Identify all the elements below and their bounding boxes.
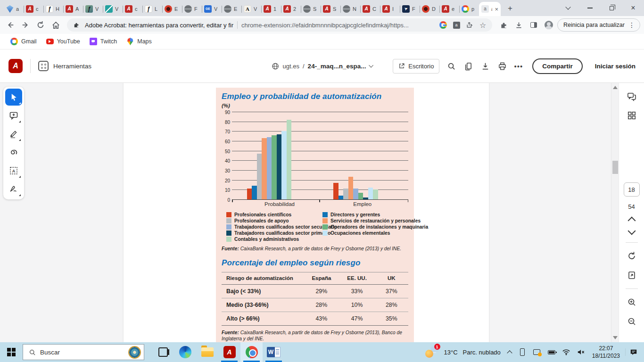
profile-avatar[interactable] <box>542 18 555 32</box>
browser-tab[interactable]: A <box>63 2 83 16</box>
download-icon[interactable] <box>480 61 490 71</box>
tools-menu-button[interactable]: Herramientas <box>38 61 91 71</box>
browser-tab[interactable]: S <box>301 2 321 16</box>
scroll-up-arrow[interactable] <box>613 86 618 89</box>
tray-expand-icon[interactable] <box>507 350 512 355</box>
current-page-input[interactable]: 18 <box>624 182 640 197</box>
print-icon[interactable] <box>497 61 507 71</box>
document-canvas[interactable]: Empleo y probabilidad de automatización … <box>26 83 611 342</box>
browser-tab[interactable]: e <box>439 2 459 16</box>
browser-tab[interactable]: V <box>103 2 123 16</box>
thumbnail-grid-icon[interactable] <box>625 108 639 123</box>
scroll-thumb[interactable] <box>612 161 618 174</box>
acrobat-taskbar-icon[interactable]: A <box>218 342 240 362</box>
tab-close-icon[interactable]: × <box>495 6 498 12</box>
browser-tab[interactable]: V <box>241 2 261 16</box>
phone-link-icon[interactable] <box>518 347 527 357</box>
fit-page-icon[interactable] <box>625 268 639 282</box>
bookmark-gmail[interactable]: Gmail <box>7 36 41 47</box>
new-tab-button[interactable]: + <box>504 2 517 15</box>
comments-icon[interactable] <box>625 89 639 103</box>
scroll-down-arrow[interactable] <box>613 336 618 339</box>
draw-tool[interactable] <box>5 144 22 161</box>
search-icon[interactable] <box>446 61 456 71</box>
browser-tab[interactable]: V <box>83 2 103 16</box>
minimize-button[interactable] <box>579 0 601 16</box>
extensions-puzzle-icon[interactable] <box>497 18 510 32</box>
browser-tab[interactable]: p <box>459 2 479 16</box>
browser-tab[interactable]: C <box>360 2 380 16</box>
taskbar-search[interactable]: Buscar <box>23 344 144 360</box>
start-button[interactable] <box>0 342 23 362</box>
browser-tab[interactable]: 2 <box>281 2 301 16</box>
open-desktop-button[interactable]: Escritorio <box>393 59 439 74</box>
task-view-button[interactable] <box>152 342 174 362</box>
browser-tab[interactable]: c <box>24 2 43 16</box>
address-bar[interactable]: Adobe Acrobat: herramientas para convert… <box>67 18 492 32</box>
browser-tab[interactable]: V <box>202 2 222 16</box>
browser-tab[interactable]: E <box>162 2 182 16</box>
action-center-icon[interactable] <box>625 348 641 356</box>
side-panel-icon[interactable] <box>527 18 540 32</box>
chrome-taskbar-icon[interactable] <box>240 342 263 362</box>
acrobat-logo[interactable]: A <box>8 59 23 73</box>
active-tab[interactable]: a× <box>479 2 501 16</box>
browser-tab[interactable]: F <box>182 2 202 16</box>
browser-tab[interactable]: c <box>123 2 142 16</box>
more-options-icon[interactable]: ••• <box>514 62 523 70</box>
translate-icon[interactable]: a <box>452 20 461 30</box>
add-comment-tool[interactable] <box>5 107 22 124</box>
volume-muted-icon[interactable] <box>576 347 586 357</box>
browser-tab[interactable]: H <box>43 2 63 16</box>
sync-icon[interactable] <box>532 347 542 357</box>
share-button[interactable]: Compartir <box>532 58 583 74</box>
forward-icon[interactable] <box>19 18 32 32</box>
previous-page-icon[interactable] <box>627 217 636 225</box>
vertical-scrollbar[interactable] <box>611 83 619 342</box>
word-taskbar-icon[interactable]: W <box>263 342 285 362</box>
browser-tab[interactable]: F <box>400 2 420 16</box>
search-highlight-icon[interactable] <box>128 346 141 359</box>
edge-icon[interactable] <box>174 342 196 362</box>
browser-tab[interactable]: I <box>380 2 400 16</box>
clock[interactable]: 22:07 18/11/2023 <box>592 345 620 360</box>
sign-in-button[interactable]: Iniciar sesión <box>595 63 636 70</box>
weather-icon[interactable]: 1 <box>425 346 439 359</box>
home-icon[interactable] <box>49 18 62 32</box>
bookmark-maps[interactable]: Maps <box>123 36 156 47</box>
wifi-icon[interactable] <box>561 347 571 357</box>
tab-search-icon[interactable] <box>557 0 579 16</box>
browser-tab[interactable]: 1 <box>261 2 281 16</box>
relaunch-to-update-button[interactable]: Reinicia para actualizar ⋮ <box>557 18 640 32</box>
weather-description[interactable]: Parc. nublado <box>463 349 501 356</box>
browser-tab[interactable]: S <box>321 2 340 16</box>
select-tool[interactable] <box>5 89 22 106</box>
downloads-icon[interactable] <box>512 18 525 32</box>
browser-menu-icon[interactable]: ⋮ <box>628 21 635 29</box>
document-breadcrumb[interactable]: ugt.es / 24-_maq...n_espa... <box>272 62 373 70</box>
bookmark-star-icon[interactable]: ☆ <box>478 20 487 30</box>
zoom-out-icon[interactable] <box>625 314 639 329</box>
close-button[interactable]: × <box>622 0 644 16</box>
page-thumbnails-icon[interactable] <box>463 61 473 71</box>
temperature[interactable]: 13°C <box>444 349 458 356</box>
zoom-in-icon[interactable] <box>625 295 639 309</box>
bookmark-youtube[interactable]: YouTube <box>42 36 84 47</box>
select-text-box-tool[interactable]: A <box>5 162 22 179</box>
google-icon[interactable] <box>438 20 448 30</box>
browser-tab[interactable]: L <box>142 2 162 16</box>
reload-icon[interactable] <box>34 18 47 32</box>
browser-tab[interactable]: D <box>420 2 439 16</box>
highlight-tool[interactable] <box>5 125 22 142</box>
bookmark-twitch[interactable]: Twitch <box>86 36 121 47</box>
browser-tab[interactable]: N <box>340 2 360 16</box>
battery-icon[interactable] <box>547 347 556 357</box>
share-icon[interactable] <box>465 20 474 30</box>
next-page-icon[interactable] <box>627 227 636 235</box>
back-icon[interactable] <box>4 18 17 32</box>
file-explorer-icon[interactable] <box>196 342 218 362</box>
browser-tab[interactable]: E <box>222 2 241 16</box>
restore-button[interactable] <box>601 0 622 16</box>
rotate-page-icon[interactable] <box>625 249 639 263</box>
fill-sign-tool[interactable] <box>5 181 22 197</box>
